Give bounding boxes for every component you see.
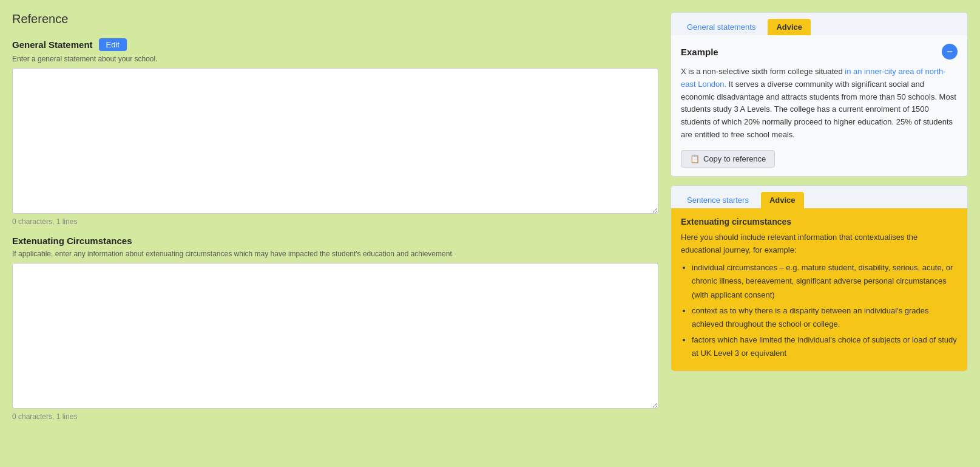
advice-title: Extenuating circumstances: [681, 217, 958, 227]
copy-button-label: Copy to reference: [703, 154, 766, 163]
tab-advice-1[interactable]: Advice: [768, 19, 811, 35]
top-right-box: General statements Advice Example − X is…: [671, 12, 968, 177]
collapse-button[interactable]: −: [942, 44, 958, 60]
general-statement-description: Enter a general statement about your sch…: [12, 55, 658, 63]
example-text-part1: X is a non-selective sixth form college …: [681, 67, 845, 76]
general-statement-section: General Statement Edit Enter a general s…: [12, 38, 658, 226]
advice-list: individual circumstances – e.g. mature s…: [681, 261, 958, 360]
advice-intro: Here you should include relevant informa…: [681, 231, 958, 257]
advice-item-3: factors which have limited the individua…: [692, 333, 958, 360]
bottom-right-box: Sentence starters Advice Extenuating cir…: [671, 185, 968, 372]
extenuating-circumstances-header: Extenuating Circumstances: [12, 236, 658, 246]
general-statement-textarea[interactable]: [12, 68, 658, 214]
bottom-advice-content: Extenuating circumstances Here you shoul…: [671, 208, 967, 371]
extenuating-circumstances-description: If applicable, enter any information abo…: [12, 250, 658, 258]
tab-general-statements[interactable]: General statements: [678, 19, 764, 35]
bottom-panel-tabs: Sentence starters Advice: [671, 186, 967, 208]
top-panel-content: Example − X is a non-selective sixth for…: [671, 35, 967, 176]
left-panel: Reference General Statement Edit Enter a…: [12, 12, 658, 455]
general-statement-char-count: 0 characters, 1 lines: [12, 217, 658, 226]
general-statement-header: General Statement Edit: [12, 38, 658, 51]
general-statement-title: General Statement: [12, 39, 93, 50]
extenuating-circumstances-section: Extenuating Circumstances If applicable,…: [12, 236, 658, 421]
copy-icon: 📋: [690, 154, 700, 163]
example-title: Example: [681, 47, 718, 57]
right-panel: General statements Advice Example − X is…: [671, 12, 968, 455]
example-text: X is a non-selective sixth form college …: [681, 66, 958, 141]
page-container: Reference General Statement Edit Enter a…: [0, 0, 980, 467]
extenuating-circumstances-textarea[interactable]: [12, 263, 658, 409]
tab-sentence-starters[interactable]: Sentence starters: [678, 192, 757, 208]
tab-advice-2[interactable]: Advice: [761, 192, 804, 208]
advice-item-1: individual circumstances – e.g. mature s…: [692, 261, 958, 301]
edit-button[interactable]: Edit: [99, 38, 127, 51]
extenuating-circumstances-char-count: 0 characters, 1 lines: [12, 412, 658, 421]
example-header: Example −: [681, 44, 958, 60]
top-panel-tabs: General statements Advice: [671, 13, 967, 35]
extenuating-circumstances-title: Extenuating Circumstances: [12, 236, 132, 246]
copy-to-reference-button[interactable]: 📋 Copy to reference: [681, 150, 775, 168]
page-title: Reference: [12, 12, 658, 26]
advice-item-2: context as to why there is a disparity b…: [692, 304, 958, 331]
